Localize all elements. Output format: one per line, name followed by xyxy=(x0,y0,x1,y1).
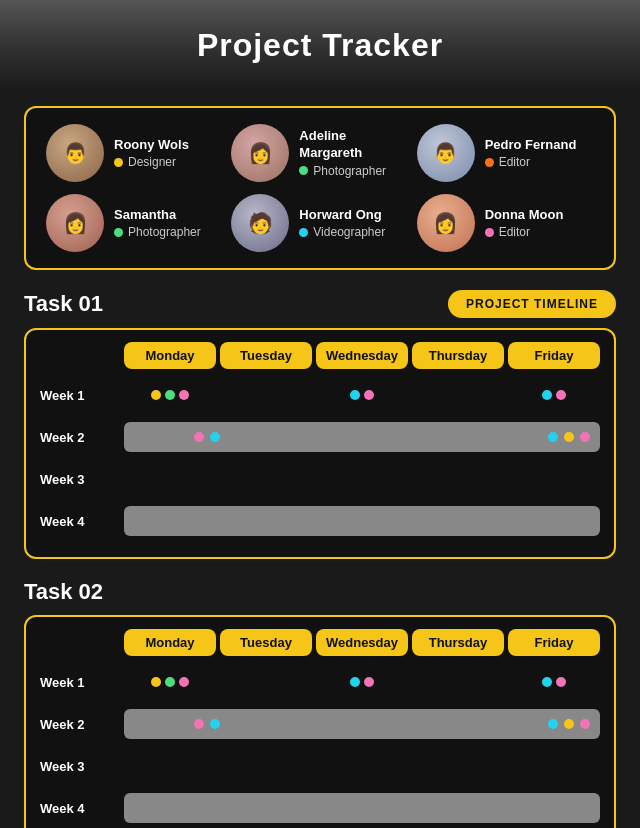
week2-label-t2: Week 2 xyxy=(40,717,120,732)
team-member-6: 👩 Donna Moon Editor xyxy=(417,194,594,252)
member-name-3: Pedro Fernand xyxy=(485,137,577,154)
member-info-3: Pedro Fernand Editor xyxy=(485,137,577,170)
role-dot-6 xyxy=(485,228,494,237)
day-wed-1: Wednesday xyxy=(316,342,408,369)
role-label-4: Photographer xyxy=(128,225,201,239)
role-dot-1 xyxy=(114,158,123,167)
member-name-2: Adeline Margareth xyxy=(299,128,408,162)
member-name-1: Roony Wols xyxy=(114,137,189,154)
task1-title: Task 01 xyxy=(24,291,103,317)
member-role-5: Videographer xyxy=(299,225,385,239)
avatar-4: 👩 xyxy=(46,194,104,252)
role-label-2: Photographer xyxy=(313,164,386,178)
role-dot-2 xyxy=(299,166,308,175)
role-dot-4 xyxy=(114,228,123,237)
member-role-1: Designer xyxy=(114,155,189,169)
week4-label-t1: Week 4 xyxy=(40,514,120,529)
timeline-button[interactable]: PROJECT TIMELINE xyxy=(448,290,616,318)
member-role-2: Photographer xyxy=(299,164,408,178)
member-name-4: Samantha xyxy=(114,207,201,224)
avatar-5: 🧑 xyxy=(231,194,289,252)
day-tue-1: Tuesday xyxy=(220,342,312,369)
member-role-6: Editor xyxy=(485,225,564,239)
task1-card: Monday Tuesday Wednesday Thursday Friday… xyxy=(24,328,616,559)
team-member-1: 👨 Roony Wols Designer xyxy=(46,124,223,182)
avatar-6: 👩 xyxy=(417,194,475,252)
role-label-6: Editor xyxy=(499,225,530,239)
member-name-5: Horward Ong xyxy=(299,207,385,224)
week3-label-t2: Week 3 xyxy=(40,759,120,774)
day-fri-2: Friday xyxy=(508,629,600,656)
member-info-1: Roony Wols Designer xyxy=(114,137,189,170)
day-mon-2: Monday xyxy=(124,629,216,656)
member-name-6: Donna Moon xyxy=(485,207,564,224)
team-member-4: 👩 Samantha Photographer xyxy=(46,194,223,252)
member-info-5: Horward Ong Videographer xyxy=(299,207,385,240)
role-label-3: Editor xyxy=(499,155,530,169)
task2-title: Task 02 xyxy=(24,579,103,605)
role-dot-3 xyxy=(485,158,494,167)
member-info-6: Donna Moon Editor xyxy=(485,207,564,240)
member-info-4: Samantha Photographer xyxy=(114,207,201,240)
week1-label-t2: Week 1 xyxy=(40,675,120,690)
member-role-4: Photographer xyxy=(114,225,201,239)
avatar-1: 👨 xyxy=(46,124,104,182)
week1-label-t1: Week 1 xyxy=(40,388,120,403)
team-member-2: 👩 Adeline Margareth Photographer xyxy=(231,124,408,182)
member-info-2: Adeline Margareth Photographer xyxy=(299,128,408,178)
avatar-2: 👩 xyxy=(231,124,289,182)
day-mon-1: Monday xyxy=(124,342,216,369)
page-title: Project Tracker xyxy=(197,27,443,64)
task2-card: Monday Tuesday Wednesday Thursday Friday… xyxy=(24,615,616,828)
day-tue-2: Tuesday xyxy=(220,629,312,656)
role-dot-5 xyxy=(299,228,308,237)
team-card: 👨 Roony Wols Designer 👩 Adeline Margaret… xyxy=(24,106,616,270)
week3-label-t1: Week 3 xyxy=(40,472,120,487)
day-thu-2: Thursday xyxy=(412,629,504,656)
role-label-5: Videographer xyxy=(313,225,385,239)
day-thu-1: Thursday xyxy=(412,342,504,369)
day-fri-1: Friday xyxy=(508,342,600,369)
header: Project Tracker xyxy=(0,0,640,90)
team-member-5: 🧑 Horward Ong Videographer xyxy=(231,194,408,252)
member-role-3: Editor xyxy=(485,155,577,169)
avatar-3: 👨 xyxy=(417,124,475,182)
role-label-1: Designer xyxy=(128,155,176,169)
team-member-3: 👨 Pedro Fernand Editor xyxy=(417,124,594,182)
week2-label-t1: Week 2 xyxy=(40,430,120,445)
week4-label-t2: Week 4 xyxy=(40,801,120,816)
day-wed-2: Wednesday xyxy=(316,629,408,656)
